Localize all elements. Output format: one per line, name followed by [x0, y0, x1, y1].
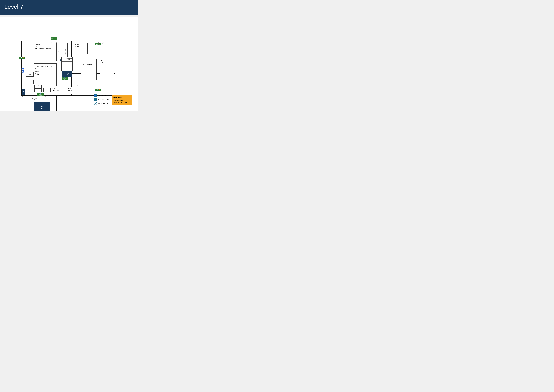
exit-label: EXIT: [51, 38, 54, 39]
exit-arrow-icon-l: 🚶: [23, 57, 24, 59]
student-pcs-icon: 🖥: [22, 89, 25, 92]
room-central-lifts: CentralLifts: [62, 71, 72, 77]
microfilm-label: Microfilm Scanner: [98, 103, 110, 104]
whispered-label: Whispered conversation: [113, 102, 128, 103]
individual-study-check: ✓: [129, 99, 130, 101]
house-commons-vertical-label: House of Commons Papers: [58, 65, 60, 78]
room-law-reports-label: Law Reports Current Periodicals (Statist…: [81, 59, 96, 68]
room-law-reports: Law Reports Current Periodicals (Statist…: [81, 59, 97, 80]
exit-label-br: EXIT: [96, 89, 98, 90]
main-content: EXIT 🚶 EXIT 🚶 EXIT 🚶 EXIT 🚶 StatisticsLa…: [0, 17, 138, 111]
page-title: Level 7: [5, 3, 134, 10]
student-pcs-top-label: StudentPCs: [57, 49, 61, 52]
map-cases-2: MapCases: [26, 80, 34, 84]
legend: 🚰 Drinking Water 🖨 Print, Scan, Copy ⊕ M…: [94, 94, 132, 105]
drinking-water-label: Drinking Water: [98, 95, 107, 96]
emergency-refuge-lifts: ♿Emergencyrefuge point: [62, 77, 68, 80]
main-stairs-label: Main stairsLevels 1-12: [32, 98, 52, 101]
exit-label-r: EXIT: [96, 43, 98, 45]
exit-label-l: EXIT: [20, 57, 22, 58]
room-general-literature: GeneralLiterature: [100, 59, 114, 84]
floor-plan: EXIT 🚶 EXIT 🚶 EXIT 🚶 EXIT 🚶 StatisticsLa…: [5, 19, 134, 106]
exit-left: EXIT 🚶: [19, 57, 25, 59]
room-house-commons-vertical: House of Commons Papers: [57, 59, 61, 84]
map-cases-4: MapCases: [43, 88, 51, 92]
room-general-languages-label: GeneralLanguages: [73, 43, 87, 48]
room-main-stairs: Main stairsLevels 1-12 MainLifts: [31, 97, 52, 111]
whispered-check: ✓: [129, 101, 130, 103]
map-cases-5: MapCases: [35, 85, 42, 89]
student-pcs-main-label: Student PCs: [81, 81, 88, 83]
legend-print-scan: 🖨 Print, Scan, Copy: [94, 98, 110, 101]
quiet-floor-individual: Individual study ✓: [113, 99, 130, 101]
quiet-floor-title: Quiet Floor: [113, 97, 130, 98]
print-scan-label: Print, Scan, Copy: [98, 99, 109, 100]
map-cases-1: MapCases: [26, 72, 34, 77]
exit-arrow-icon: 🚶: [55, 38, 56, 39]
room-statistics-law-label: StatisticsLawLaw Workshop High Demand: [34, 43, 56, 50]
door-arc-right: [77, 84, 81, 86]
map-cases-2-label: MapCases: [27, 80, 33, 83]
header: Level 7: [0, 0, 138, 14]
map-cases-1-label: MapCases: [27, 72, 33, 75]
student-pcs-icon2: 🖨: [22, 93, 25, 95]
microfilm-icon-map: ⊕: [59, 59, 61, 61]
toilet-symbol: 🚻♿: [22, 68, 26, 73]
room-mops-enquiry: MOPSEnquiry Service: [51, 87, 67, 94]
room-general-languages: GeneralLanguages: [73, 43, 88, 54]
student-pcs-bottom-label: StudentPCs: [21, 95, 25, 97]
main-lifts-box: MainLifts: [34, 102, 50, 111]
room-central-stairs: Central StairsLevels 2-11: [62, 57, 73, 71]
main-lifts-label: MainLifts: [41, 106, 43, 109]
room-statistics-law: StatisticsLawLaw Workshop High Demand: [34, 43, 57, 62]
quiet-floor-whispered: Whispered conversation ✓: [113, 101, 130, 103]
microfilm-legend-icon: ⊕: [94, 102, 97, 105]
central-lifts-label: CentralLifts: [65, 72, 69, 75]
drinking-water-icon: 🚰: [94, 94, 97, 97]
print-scan-icon: 🖨: [94, 98, 97, 101]
exit-top-center: EXIT 🚶: [51, 37, 57, 40]
room-house-commons-section: House of Commons Papers Journals & Debat…: [34, 63, 57, 86]
map-cases-4-label: MapCases: [43, 88, 50, 91]
mops-enquiry-label: MOPSEnquiry Service: [51, 87, 67, 92]
legend-microfilm: ⊕ Microfilm Scanner: [94, 102, 110, 105]
legend-drinking-water: 🚰 Drinking Water: [94, 94, 110, 97]
room-general-literature-label: GeneralLiterature: [100, 59, 114, 64]
map-cases-5-label: MapCases: [35, 85, 42, 88]
room-hoc-label: House of Commons Papers Journals & Debat…: [34, 63, 56, 77]
student-pcs-bottom-left: 🖥 🖨 StudentPCs: [21, 89, 25, 97]
quiet-floor-box: Quiet Floor Individual study ✓ Whispered…: [112, 95, 132, 105]
toilet-icon: 🚻♿: [21, 68, 27, 73]
legend-items: 🚰 Drinking Water 🖨 Print, Scan, Copy ⊕ M…: [94, 94, 110, 105]
individual-study-label: Individual study: [113, 99, 123, 101]
room-dissertations-label: Dissertations: [65, 49, 66, 56]
